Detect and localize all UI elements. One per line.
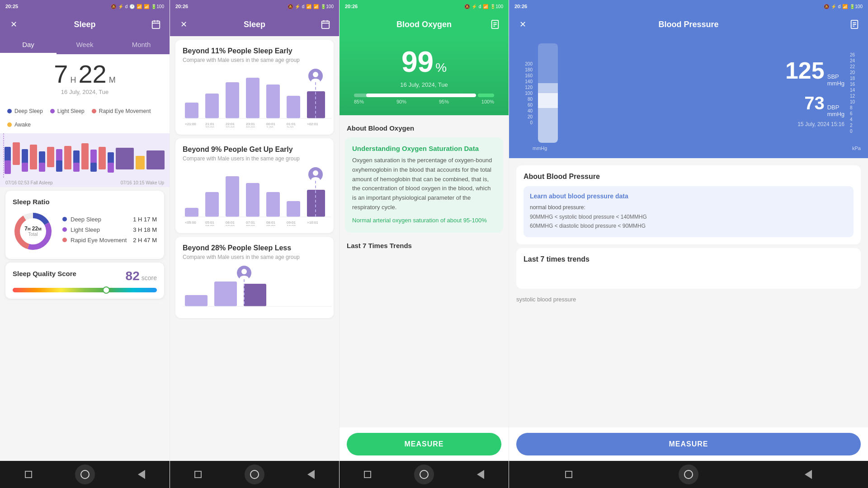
bo-about-title: About Blood Oxygen bbox=[340, 119, 509, 134]
donut-total-time: 7H 22M bbox=[24, 225, 41, 232]
svg-rect-21 bbox=[90, 163, 97, 172]
close-icon-4[interactable]: ✕ bbox=[516, 18, 529, 31]
bottom-nav-4 bbox=[509, 461, 868, 488]
svg-rect-65 bbox=[226, 176, 239, 217]
bp-dbp-row: 73 DBP mmHg bbox=[804, 90, 844, 117]
bp-scale-right: 26 24 22 20 18 16 14 12 10 8 6 4 2 0 bbox=[850, 52, 861, 134]
calendar-icon-1[interactable] bbox=[150, 18, 162, 31]
nav-square-2[interactable] bbox=[188, 465, 208, 484]
bo-scale-fill bbox=[366, 94, 476, 97]
status-bar-3: 20:26 🔕 ⚡ d 📶 🔋100 bbox=[340, 0, 509, 13]
sbp-unit: mmHg bbox=[827, 80, 844, 87]
stat-subtitle-1: Compare with Male users in the same age … bbox=[183, 57, 326, 63]
stat-card-sleep-early: Beyond 11% People Sleep Early Compare wi… bbox=[175, 40, 334, 135]
bottom-nav-2 bbox=[170, 461, 339, 488]
sleep-ratio-card: Sleep Ratio 7H 22M Total bbox=[5, 191, 164, 259]
nav-back-4[interactable] bbox=[798, 465, 818, 484]
light-sleep-dot bbox=[50, 109, 55, 113]
tab-day[interactable]: Day bbox=[0, 36, 57, 54]
svg-rect-66 bbox=[246, 183, 259, 217]
svg-rect-44 bbox=[266, 84, 280, 118]
dbp-unit: mmHg bbox=[827, 111, 844, 117]
stat-subtitle-3: Compare with Male users in the same age … bbox=[183, 254, 326, 260]
ratio-value-rem: 2 H 47 M bbox=[133, 237, 157, 244]
bo-scale-bar bbox=[354, 94, 494, 97]
svg-text:22:00: 22:00 bbox=[205, 126, 215, 127]
svg-rect-13 bbox=[47, 147, 54, 167]
bp-dbp-labels: DBP mmHg bbox=[827, 104, 844, 117]
avatar-svg-2 bbox=[308, 167, 323, 182]
bo-trends-title: Last 7 Times Trends bbox=[340, 236, 509, 251]
back-icon-2 bbox=[307, 470, 315, 479]
score-row: Sleep Quality Score 82 score bbox=[13, 269, 157, 283]
svg-rect-22 bbox=[99, 147, 106, 169]
svg-text:<05:00: <05:00 bbox=[185, 221, 196, 225]
nav-square-1[interactable] bbox=[19, 465, 38, 484]
tab-month[interactable]: Month bbox=[113, 36, 170, 54]
close-icon-2[interactable]: ✕ bbox=[177, 18, 190, 31]
back-icon-4 bbox=[805, 470, 812, 479]
square-icon-2 bbox=[194, 471, 202, 478]
status-bar-2: 20:26 🔕 ⚡ d 📶 📶 🔋100 bbox=[170, 0, 339, 13]
sleep-stats-panel: 20:26 🔕 ⚡ d 📶 📶 🔋100 ✕ Sleep Beyond 11% … bbox=[170, 0, 339, 488]
sleep-chart-area bbox=[0, 133, 170, 178]
bo-label-100: 100% bbox=[481, 99, 494, 104]
time-1: 20:25 bbox=[5, 4, 18, 9]
nav-square-4[interactable] bbox=[559, 465, 579, 484]
sleep-minutes: 22 bbox=[78, 60, 106, 88]
stat-card-sleep-less: Beyond 28% People Sleep Less Compare wit… bbox=[175, 237, 334, 318]
score-bar bbox=[13, 288, 157, 292]
tab-week[interactable]: Week bbox=[57, 36, 113, 54]
bar-chart-3 bbox=[183, 266, 332, 311]
svg-rect-8 bbox=[22, 149, 28, 165]
bo-info-card: Understanding Oxygen Saturation Data Oxy… bbox=[345, 137, 503, 233]
status-bar-1: 20:25 🔕 ⚡ d 🕐 📶 📶 🔋100 bbox=[0, 0, 170, 13]
bp-measure-btn[interactable]: MEASURE bbox=[516, 433, 861, 455]
app-header-3: Blood Oxygen bbox=[340, 13, 509, 36]
nav-home-3[interactable] bbox=[414, 465, 434, 484]
ratio-item-light: Light Sleep 3 H 18 M bbox=[62, 226, 157, 233]
svg-rect-6 bbox=[5, 160, 11, 174]
panel-2-scroll: Beyond 11% People Sleep Early Compare wi… bbox=[170, 36, 339, 461]
bo-scale-track bbox=[354, 94, 476, 97]
nav-home-4[interactable] bbox=[679, 465, 698, 484]
doc-icon-4[interactable] bbox=[848, 18, 861, 31]
svg-rect-20 bbox=[90, 150, 97, 165]
ratio-label-light: Light Sleep bbox=[71, 226, 100, 233]
bp-readings: 125 SBP mmHg 73 DBP mmHg 15 July, 2024 1… bbox=[563, 59, 844, 127]
h-label: H bbox=[68, 75, 78, 84]
bo-info-title: Understanding Oxygen Saturation Data bbox=[352, 145, 496, 152]
unit-mmhg: mmHg bbox=[533, 145, 547, 151]
calendar-icon-2[interactable] bbox=[319, 18, 332, 31]
back-icon-1 bbox=[138, 470, 145, 479]
bo-label-95: 95% bbox=[439, 99, 449, 104]
app-header-2: ✕ Sleep bbox=[170, 13, 339, 36]
bo-percent-sign: % bbox=[435, 61, 447, 75]
svg-text:06:00: 06:00 bbox=[205, 224, 215, 226]
nav-back-3[interactable] bbox=[471, 465, 491, 484]
nav-back-1[interactable] bbox=[132, 465, 151, 484]
bo-measure-btn[interactable]: MEASURE bbox=[347, 433, 501, 455]
svg-rect-7 bbox=[13, 142, 20, 165]
quality-unit: score bbox=[142, 274, 157, 282]
nav-square-3[interactable] bbox=[358, 465, 377, 484]
doc-icon-3[interactable] bbox=[489, 18, 501, 31]
svg-text:<21:00: <21:00 bbox=[185, 122, 196, 126]
bp-info-link[interactable]: Learn about blood pressure data bbox=[530, 192, 847, 200]
svg-rect-9 bbox=[22, 163, 28, 172]
bp-content-scroll: About Blood Pressure Learn about blood p… bbox=[509, 158, 868, 427]
systolic-label: systolic blood pressure bbox=[509, 292, 868, 306]
nav-back-2[interactable] bbox=[301, 465, 321, 484]
nav-home-1[interactable] bbox=[75, 465, 95, 484]
avatar-svg-1 bbox=[308, 69, 323, 83]
quality-title: Sleep Quality Score bbox=[13, 270, 76, 277]
close-icon-1[interactable]: ✕ bbox=[7, 18, 20, 31]
circle-icon-1 bbox=[80, 470, 90, 479]
svg-rect-67 bbox=[266, 192, 280, 217]
m-label: M bbox=[107, 75, 116, 84]
nav-home-2[interactable] bbox=[245, 465, 264, 484]
ratio-value-deep: 1 H 17 M bbox=[133, 216, 157, 223]
svg-rect-43 bbox=[246, 78, 259, 118]
dbp-label: DBP bbox=[827, 104, 844, 111]
bo-label-90: 90% bbox=[396, 99, 406, 104]
